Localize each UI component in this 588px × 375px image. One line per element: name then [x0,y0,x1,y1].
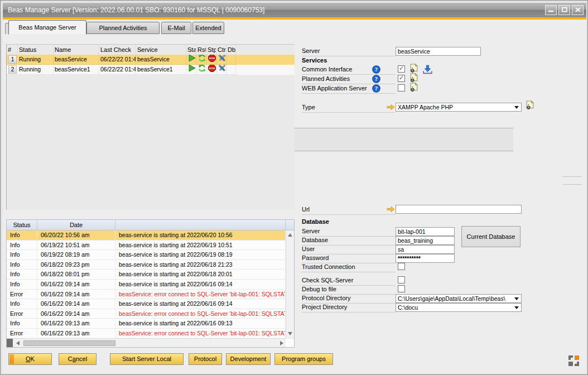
service-row[interactable]: 1RunningbeasService06/22/22 01:49beasSer… [7,55,295,65]
trusted-connection-checkbox[interactable]: ✓ [398,263,405,270]
log-row[interactable]: Info06/16/22 09:14 ambeas-service is sta… [7,280,294,290]
close-button[interactable] [572,5,584,15]
log-cell-status: Info [7,319,37,328]
link-arrow-icon[interactable] [387,104,395,112]
scrollbar-thumb[interactable] [23,340,115,346]
url-input[interactable] [396,205,522,214]
planned-activities-checkbox[interactable]: ✓ [398,75,405,82]
log-row[interactable]: Error06/16/22 09:14 ambeasService: error… [7,290,294,300]
protocol-directory-dropdown[interactable]: C:\Users\gaje\AppData\Local\Temp\beas\ [396,294,522,303]
log-cell-message: beasService: error connect to SQL-Server… [115,290,286,299]
log-row[interactable]: Info06/20/22 10:56 ambeas-service is sta… [7,230,294,241]
restart-icon[interactable] [198,55,206,65]
empty-group-panel [295,128,513,151]
log-row[interactable]: Info06/19/22 08:19 ambeas-service is sta… [7,250,294,260]
log-vertical-scrollbar[interactable] [286,230,294,338]
start-icon[interactable] [188,65,196,75]
help-icon[interactable]: ? [372,75,380,84]
stop-icon[interactable]: STOP [208,65,216,75]
service-config-icon[interactable] [525,100,534,112]
db-user-input[interactable] [396,245,455,254]
log-row[interactable]: Info06/19/22 10:51 ambeas-service is sta… [7,241,294,251]
log-cell-date: 06/19/22 10:51 am [37,241,115,250]
field-underline [563,176,582,177]
control-icon[interactable] [218,55,226,65]
log-cell-status: Info [7,230,37,240]
project-directory-dropdown[interactable]: C:\docu [396,303,522,312]
current-database-button[interactable]: Current Database [461,226,520,247]
planned-activities-label: Planned Activities [302,75,396,84]
protocol-button[interactable]: Protocol [189,353,222,365]
scroll-left-icon[interactable] [16,341,20,345]
log-horizontal-scrollbar[interactable] [7,338,286,347]
common-interface-checkbox[interactable]: ✓ [398,65,405,73]
log-row[interactable]: Info06/16/22 09:14 ambeas-service is sta… [7,299,294,309]
log-cell-message: beasService: error connect to SQL-Server… [115,309,286,319]
resize-grid-icon[interactable] [568,355,579,366]
log-cell-message: beas-service is starting at 2022/06/18 2… [115,270,286,279]
maximize-button[interactable] [558,5,570,15]
program-groups-button[interactable]: Program groups [274,353,333,365]
log-row[interactable]: Error06/16/22 09:14 ambeasService: error… [7,309,294,319]
log-row[interactable]: Info06/18/22 09:23 pmbeas-service is sta… [7,260,294,270]
log-cell-date: 06/16/22 09:14 am [37,309,115,319]
log-cell-message: beas-service is starting at 2022/06/18 2… [115,260,286,270]
log-row[interactable]: Error06/16/22 09:13 ambeasService: error… [7,329,294,339]
log-cell-status: Error [7,309,37,319]
scroll-up-icon[interactable] [288,233,292,237]
db-user-label: User [302,246,396,254]
help-icon[interactable]: ? [372,84,380,94]
maximize-icon [562,3,567,17]
start-server-local-button[interactable]: Start Server Local [110,353,184,365]
tab-beas-manage-server[interactable]: Beas Manage Server [8,20,86,35]
download-icon[interactable] [422,65,433,75]
db-server-input[interactable] [396,227,455,236]
svg-text:?: ? [375,85,378,92]
scroll-down-icon[interactable] [288,332,292,335]
svg-text:STOP: STOP [209,57,215,60]
service-cell-service: beasService1 [136,65,186,75]
check-sql-server-checkbox[interactable]: ✓ [398,276,405,283]
service-cell-last_check: 06/22/22 01:49 [99,55,136,65]
log-cell-status: Info [7,250,37,259]
log-cell-status: Info [7,260,37,270]
db-database-input[interactable] [396,236,455,245]
link-arrow-icon[interactable] [387,206,395,214]
log-table: StatusDate Info06/20/22 10:56 ambeas-ser… [6,219,295,348]
log-cell-date: 06/20/22 10:56 am [37,230,115,240]
service-config-icon[interactable] [409,83,418,94]
ok-button[interactable]: OK [8,353,52,365]
log-table-header: StatusDate [7,220,294,230]
tab-extended[interactable]: Extended [192,22,224,34]
start-icon[interactable] [188,55,196,65]
service-row[interactable]: 2RunningbeasService106/22/22 01:49beasSe… [7,65,295,75]
scrollbar-splitter-block[interactable] [7,339,13,347]
server-label: Server [302,47,396,56]
log-row[interactable]: Info06/16/22 09:13 ambeas-service is sta… [7,319,294,329]
help-icon[interactable]: ? [372,65,380,75]
services-column-header: Rst [196,45,206,55]
type-dropdown[interactable]: XAMPP Apache PHP [396,103,522,112]
db-password-input[interactable] [396,254,455,263]
restart-icon[interactable] [198,65,206,75]
services-column-header: Service [136,45,186,55]
cancel-button[interactable]: Cancel [59,353,97,365]
log-column-header [115,220,286,230]
scroll-right-icon[interactable] [280,341,283,345]
trusted-connection-label: Trusted Connection [302,263,396,272]
server-input[interactable] [396,47,481,56]
debug-to-file-checkbox[interactable]: ✓ [398,285,405,292]
stop-icon[interactable]: STOP [208,55,216,65]
development-button[interactable]: Development [226,353,271,365]
tab-planned-activities[interactable]: Planned Activities [86,22,160,34]
log-cell-date: 06/18/22 09:23 pm [37,260,115,270]
control-icon[interactable] [218,65,226,75]
url-label: Url [302,206,396,215]
log-cell-date: 06/16/22 09:13 am [37,329,115,338]
web-application-server-checkbox[interactable]: ✓ [398,84,405,92]
tab-e-mail[interactable]: E-Mail [161,22,191,34]
minimize-button[interactable] [545,5,557,15]
log-row[interactable]: Info06/18/22 08:01 pmbeas-service is sta… [7,270,294,280]
services-table-header: #StatusNameLast CheckServiceStaRstStpCtr… [7,45,295,55]
log-cell-date: 06/19/22 08:19 am [37,250,115,259]
